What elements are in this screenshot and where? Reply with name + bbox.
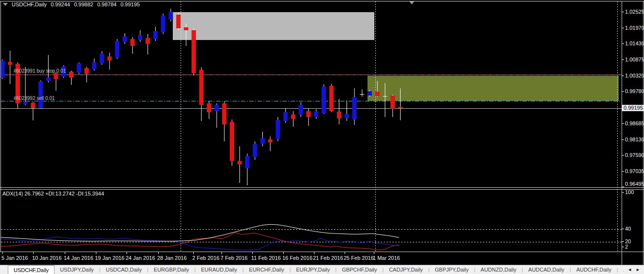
date-axis-label: 28 Jan 2016: [157, 255, 187, 261]
symbol-name: USDCHF,Daily: [12, 1, 47, 7]
tab-scroll-controls: ◄ ►: [624, 265, 644, 274]
price-axis-label: 0.98685: [625, 120, 644, 126]
candle-body: [207, 103, 211, 112]
chart-shift-marker-icon: [409, 1, 414, 4]
ohlc-close: 0.99195: [120, 1, 140, 7]
price-axis-label: 0.98130: [625, 137, 644, 142]
tab-gbpchf-daily[interactable]: GBPCHF,Daily: [336, 265, 382, 274]
trading-terminal: USDCHF,Daily 0.99244 0.99882 0.98784 0.9…: [0, 0, 644, 274]
date-axis-label: 7 Feb 2016: [221, 255, 248, 261]
price-axis-label: 1.01970: [625, 25, 644, 31]
buy-stop-order-label: #6023991 buy stop 0.01: [14, 68, 66, 74]
demand-zone-rectangle: [368, 76, 619, 101]
date-axis-label: 1 Mar 2016: [373, 255, 400, 261]
candle-body: [108, 57, 112, 60]
tab-gbpjpy-daily[interactable]: GBPJPY,Daily: [429, 265, 474, 274]
candle-body: [222, 103, 226, 124]
candle-body: [77, 63, 81, 73]
candle-body: [306, 111, 311, 117]
candle-body: [268, 139, 273, 142]
date-axis-label: 14 Jan 2016: [64, 255, 93, 261]
sell-order-label: #6023992 sell 0.01: [14, 96, 55, 101]
candle-body: [184, 27, 188, 30]
price-axis-label: 1.01430: [625, 40, 644, 46]
tab-eurgbp-daily[interactable]: EURGBP,Daily: [148, 265, 195, 274]
candle-body: [146, 38, 150, 44]
tabs-scroll-left-icon[interactable]: ◄: [627, 267, 632, 272]
price-axis-label: 0.97590: [625, 152, 644, 158]
tab-aud-[interactable]: AUD.: [618, 265, 624, 274]
candle-body: [299, 105, 303, 115]
candle-body: [192, 30, 196, 73]
date-axis-label: 16 Feb 2016: [282, 255, 313, 261]
tab-usdcad-daily[interactable]: USDCAD,Daily: [100, 265, 147, 274]
candle-body: [283, 112, 288, 121]
candle-body: [314, 111, 318, 117]
candle-body: [23, 102, 28, 104]
date-axis-label: 25 Feb 2016: [344, 255, 374, 261]
tab-euraud-daily[interactable]: EURAUD,Daily: [196, 265, 242, 274]
tabs-scroll-right-icon[interactable]: ►: [636, 267, 640, 272]
date-axis-label: 21 Feb 2016: [313, 255, 343, 261]
date-axis-label: 10 Jan 2016: [32, 255, 62, 261]
supply-zone-rectangle: [173, 12, 374, 40]
tab-audnzd-daily[interactable]: AUDNZD,Daily: [475, 265, 521, 274]
candle-body: [84, 68, 89, 74]
candle-body: [46, 78, 51, 81]
date-axis-label: 24 Jan 2016: [126, 255, 155, 261]
price-axis-label: 1.00320: [625, 73, 644, 78]
candle-body: [368, 91, 372, 96]
candle-body: [176, 15, 181, 28]
tab-eurjpy-daily[interactable]: EURJPY,Daily: [291, 265, 335, 274]
tab-eurchf-daily[interactable]: EURCHF,Daily: [244, 265, 290, 274]
date-axis-label: 5 Jan 2016: [1, 255, 28, 261]
chart-plot-area[interactable]: [0, 0, 644, 265]
candle-body: [100, 54, 104, 63]
candle-body: [38, 81, 43, 108]
candle-body: [230, 122, 234, 161]
tab-usdjpy-daily[interactable]: USDJPY,Daily: [55, 265, 99, 274]
current-price-marker: 0.99195: [622, 105, 644, 111]
date-axis-label: 2 Feb 2016: [192, 255, 220, 261]
price-axis-label: 1.02525: [625, 9, 644, 15]
candle-body: [54, 73, 58, 79]
candle-body: [92, 62, 96, 69]
candle-body: [245, 156, 250, 168]
candle-body: [291, 115, 295, 119]
candle-body: [115, 41, 119, 58]
candle-body: [8, 62, 12, 65]
candle-body: [168, 12, 173, 20]
candle-body: [322, 86, 326, 113]
candle-body: [69, 72, 74, 78]
indicator-axis-label: 100: [625, 189, 634, 195]
candle-body: [260, 138, 265, 144]
candle-body: [375, 92, 380, 96]
tab-audchf-daily[interactable]: AUDCHF,Daily: [571, 265, 617, 274]
price-axis-label: 1.00875: [625, 57, 644, 62]
ohlc-low: 0.98784: [97, 1, 117, 7]
symbol-info-bar: USDCHF,Daily 0.99244 0.99882 0.98784 0.9…: [3, 1, 140, 7]
ohlc-high: 0.99882: [74, 1, 93, 7]
candle-body: [138, 35, 142, 40]
tab-cadjpy-daily[interactable]: CADJPY,Daily: [384, 265, 428, 274]
indicator-label: ADX(14) 26.7962 +DI:13.2742 -DI:15.3944: [2, 191, 104, 196]
candle-body: [238, 161, 242, 164]
tab-audcad-daily[interactable]: AUDCAD,Daily: [523, 265, 570, 274]
candle-body: [153, 31, 158, 39]
candle-body: [253, 144, 257, 157]
price-axis-label: 0.96495: [625, 181, 644, 187]
candle-body: [337, 112, 341, 118]
chart-tabbar: USDCHF,DailyUSDJPY,Daily|USDCAD,Daily|EU…: [0, 265, 644, 274]
candle-body: [329, 86, 333, 111]
candle-body: [130, 39, 135, 46]
candle-body: [345, 114, 349, 118]
candle-body: [215, 105, 219, 111]
candle-body: [123, 37, 127, 42]
candle-body: [199, 70, 203, 105]
indicator-axis-label: 40: [625, 226, 631, 232]
tab-usdchf-daily[interactable]: USDCHF,Daily: [8, 265, 55, 274]
date-axis-label: 19 Jan 2016: [95, 255, 125, 261]
candle-body: [31, 103, 35, 108]
ohlc-open: 0.99244: [51, 1, 70, 7]
symbol-dropdown-icon[interactable]: [3, 3, 8, 6]
